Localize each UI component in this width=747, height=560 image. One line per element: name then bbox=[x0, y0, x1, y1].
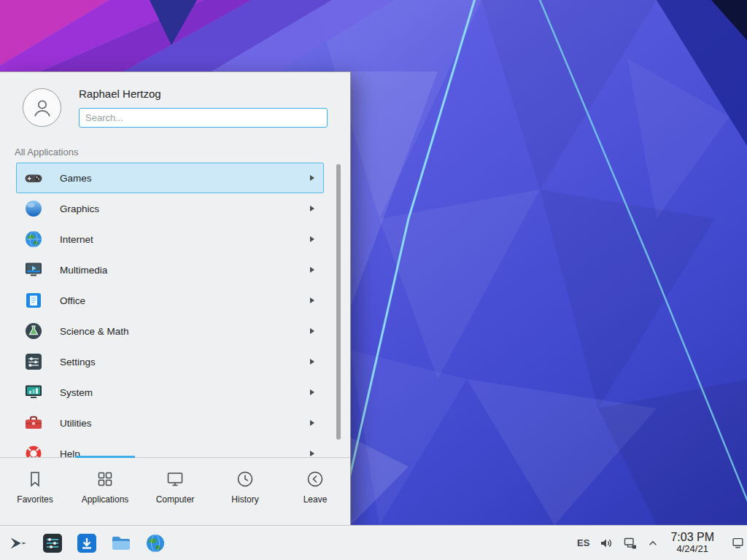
category-list: Games Graphics bbox=[0, 163, 334, 458]
tab-computer[interactable]: Computer bbox=[140, 458, 210, 525]
category-label: Graphics bbox=[60, 203, 99, 214]
tab-label: Computer bbox=[156, 494, 195, 505]
network-icon[interactable] bbox=[623, 536, 638, 551]
tab-label: Favorites bbox=[17, 494, 53, 505]
chevron-right-icon bbox=[310, 298, 314, 303]
tab-label: Leave bbox=[303, 494, 328, 505]
office-icon bbox=[23, 290, 44, 311]
chevron-right-icon bbox=[310, 420, 314, 426]
category-label: Games bbox=[60, 173, 92, 184]
chevron-right-icon bbox=[310, 359, 314, 365]
launcher-header: Raphael Hertzog bbox=[0, 72, 350, 144]
category-label: Multimedia bbox=[60, 265, 107, 276]
system-settings-icon bbox=[42, 532, 63, 554]
volume-icon[interactable] bbox=[599, 536, 614, 551]
help-icon bbox=[23, 443, 44, 458]
chevron-right-icon bbox=[310, 389, 314, 395]
chevron-right-icon bbox=[310, 267, 314, 273]
category-label: Office bbox=[60, 295, 85, 306]
category-label: Science & Math bbox=[60, 326, 129, 337]
category-row-multimedia[interactable]: Multimedia bbox=[16, 254, 324, 285]
category-label: Settings bbox=[60, 357, 96, 368]
utilities-toolbox-icon bbox=[23, 413, 44, 433]
category-row-system[interactable]: System bbox=[16, 377, 324, 408]
app-menu-button[interactable] bbox=[6, 531, 31, 556]
chevron-right-icon bbox=[310, 206, 314, 211]
category-row-games[interactable]: Games bbox=[16, 163, 324, 193]
tab-history[interactable]: History bbox=[210, 458, 280, 525]
digital-clock[interactable]: 7:03 PM 4/24/21 bbox=[670, 531, 714, 554]
launcher-footer-tabs: Favorites Applications bbox=[0, 457, 350, 525]
category-row-graphics[interactable]: Graphics bbox=[16, 193, 324, 224]
category-row-utilities[interactable]: Utilities bbox=[16, 408, 324, 438]
system-icon bbox=[23, 382, 44, 402]
computer-monitor-icon bbox=[166, 470, 185, 489]
search-input[interactable] bbox=[79, 108, 328, 128]
keyboard-layout-indicator[interactable]: ES bbox=[577, 537, 589, 548]
web-browser-icon bbox=[144, 532, 166, 554]
file-manager-button[interactable] bbox=[109, 531, 133, 556]
system-settings-button[interactable] bbox=[40, 531, 65, 556]
taskbar: ES 7:03 PM 4/24/21 bbox=[0, 525, 747, 560]
clock-time: 7:03 PM bbox=[670, 531, 714, 544]
tab-favorites[interactable]: Favorites bbox=[0, 458, 70, 525]
user-avatar[interactable] bbox=[23, 88, 61, 127]
category-row-internet[interactable]: Internet bbox=[16, 224, 324, 254]
chevron-right-icon bbox=[310, 175, 314, 181]
show-desktop-button[interactable] bbox=[728, 526, 747, 560]
favorites-bookmark-icon bbox=[26, 470, 44, 489]
web-browser-button[interactable] bbox=[143, 531, 168, 556]
category-row-settings[interactable]: Settings bbox=[16, 346, 324, 377]
tab-leave[interactable]: Leave bbox=[280, 458, 350, 525]
software-center-button[interactable] bbox=[74, 531, 99, 556]
application-launcher-panel: Raphael Hertzog All Applications Games bbox=[0, 71, 351, 525]
list-scrollbar[interactable] bbox=[336, 164, 341, 440]
clock-date: 4/24/21 bbox=[670, 544, 714, 555]
category-label: Internet bbox=[60, 234, 93, 245]
multimedia-icon bbox=[23, 260, 44, 280]
graphics-icon bbox=[23, 198, 44, 219]
system-tray: ES 7:03 PM 4/24/21 bbox=[577, 526, 747, 560]
tab-label: Applications bbox=[82, 494, 129, 505]
app-menu-icon bbox=[8, 533, 28, 553]
history-clock-icon bbox=[236, 470, 255, 489]
chevron-right-icon bbox=[310, 328, 314, 334]
tab-label: History bbox=[231, 494, 258, 505]
applications-grid-icon bbox=[96, 470, 115, 489]
science-math-icon bbox=[23, 321, 44, 341]
category-row-science-math[interactable]: Science & Math bbox=[16, 316, 324, 346]
chevron-right-icon bbox=[310, 236, 314, 242]
internet-globe-icon bbox=[23, 229, 44, 249]
user-name: Raphael Hertzog bbox=[79, 88, 161, 100]
expand-tray-icon[interactable] bbox=[648, 538, 658, 548]
category-label: System bbox=[60, 387, 93, 398]
category-row-help[interactable]: Help bbox=[16, 438, 324, 458]
tab-applications[interactable]: Applications bbox=[70, 458, 140, 525]
category-label: Utilities bbox=[60, 418, 92, 429]
chevron-right-icon bbox=[310, 451, 314, 456]
category-row-office[interactable]: Office bbox=[16, 285, 324, 316]
show-desktop-icon bbox=[732, 537, 744, 549]
taskbar-launchers bbox=[0, 531, 168, 556]
games-gamepad-icon bbox=[23, 168, 44, 188]
person-icon bbox=[31, 96, 54, 120]
software-center-icon bbox=[76, 532, 98, 554]
section-label-all-applications: All Applications bbox=[15, 147, 78, 158]
file-manager-icon bbox=[110, 532, 132, 554]
settings-icon bbox=[23, 351, 44, 372]
leave-icon bbox=[306, 470, 325, 489]
